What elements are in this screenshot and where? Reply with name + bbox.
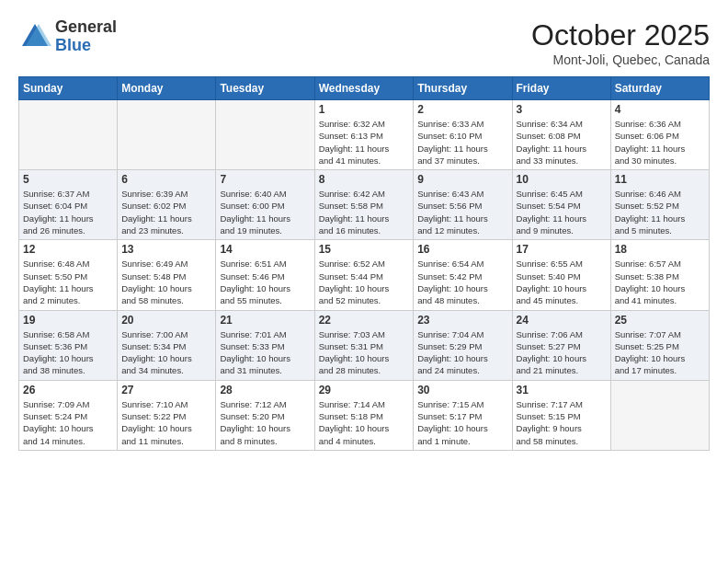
day-info: Sunrise: 7:00 AM Sunset: 5:34 PM Dayligh… bbox=[121, 328, 211, 377]
day-number: 10 bbox=[517, 173, 607, 186]
day-number: 28 bbox=[220, 384, 310, 396]
day-cell: 31Sunrise: 7:17 AM Sunset: 5:15 PM Dayli… bbox=[512, 380, 610, 450]
day-cell: 10Sunrise: 6:45 AM Sunset: 5:54 PM Dayli… bbox=[512, 170, 610, 240]
day-number: 16 bbox=[417, 243, 507, 256]
day-info: Sunrise: 7:01 AM Sunset: 5:33 PM Dayligh… bbox=[220, 328, 310, 377]
day-cell: 14Sunrise: 6:51 AM Sunset: 5:46 PM Dayli… bbox=[216, 240, 314, 310]
day-number: 5 bbox=[23, 173, 113, 186]
day-number: 30 bbox=[417, 384, 507, 396]
day-cell: 4Sunrise: 6:36 AM Sunset: 6:06 PM Daylig… bbox=[610, 100, 709, 170]
day-info: Sunrise: 6:54 AM Sunset: 5:42 PM Dayligh… bbox=[417, 258, 507, 306]
day-number: 17 bbox=[517, 243, 607, 256]
day-number: 12 bbox=[23, 243, 113, 256]
day-number: 31 bbox=[517, 384, 607, 396]
day-number: 3 bbox=[517, 103, 607, 116]
day-cell: 8Sunrise: 6:42 AM Sunset: 5:58 PM Daylig… bbox=[314, 170, 414, 240]
week-row-1: 1Sunrise: 6:32 AM Sunset: 6:13 PM Daylig… bbox=[19, 100, 710, 170]
day-info: Sunrise: 6:52 AM Sunset: 5:44 PM Dayligh… bbox=[319, 258, 410, 306]
day-cell bbox=[610, 380, 709, 450]
day-cell: 18Sunrise: 6:57 AM Sunset: 5:38 PM Dayli… bbox=[610, 240, 709, 310]
day-info: Sunrise: 6:45 AM Sunset: 5:54 PM Dayligh… bbox=[517, 188, 607, 236]
day-number: 27 bbox=[121, 384, 211, 396]
day-number: 18 bbox=[615, 243, 705, 256]
day-number: 25 bbox=[615, 314, 705, 327]
day-info: Sunrise: 7:12 AM Sunset: 5:20 PM Dayligh… bbox=[220, 398, 310, 447]
day-number: 14 bbox=[220, 243, 310, 256]
day-info: Sunrise: 6:43 AM Sunset: 5:56 PM Dayligh… bbox=[417, 188, 507, 236]
day-cell: 1Sunrise: 6:32 AM Sunset: 6:13 PM Daylig… bbox=[314, 100, 414, 170]
day-cell: 2Sunrise: 6:33 AM Sunset: 6:10 PM Daylig… bbox=[414, 100, 512, 170]
day-info: Sunrise: 6:49 AM Sunset: 5:48 PM Dayligh… bbox=[121, 258, 211, 306]
day-info: Sunrise: 6:55 AM Sunset: 5:40 PM Dayligh… bbox=[517, 258, 607, 306]
day-cell: 15Sunrise: 6:52 AM Sunset: 5:44 PM Dayli… bbox=[314, 240, 414, 310]
day-number: 29 bbox=[319, 384, 410, 396]
day-info: Sunrise: 6:46 AM Sunset: 5:52 PM Dayligh… bbox=[615, 188, 705, 236]
day-info: Sunrise: 7:09 AM Sunset: 5:24 PM Dayligh… bbox=[23, 398, 113, 447]
day-info: Sunrise: 6:33 AM Sunset: 6:10 PM Dayligh… bbox=[417, 118, 507, 167]
day-number: 13 bbox=[121, 243, 211, 256]
day-info: Sunrise: 7:07 AM Sunset: 5:25 PM Dayligh… bbox=[615, 328, 705, 377]
day-cell: 22Sunrise: 7:03 AM Sunset: 5:31 PM Dayli… bbox=[314, 310, 414, 380]
location: Mont-Joli, Quebec, Canada bbox=[531, 52, 710, 67]
day-cell: 7Sunrise: 6:40 AM Sunset: 6:00 PM Daylig… bbox=[216, 170, 314, 240]
header-friday: Friday bbox=[512, 77, 610, 100]
day-cell: 29Sunrise: 7:14 AM Sunset: 5:18 PM Dayli… bbox=[314, 380, 414, 450]
day-cell: 28Sunrise: 7:12 AM Sunset: 5:20 PM Dayli… bbox=[216, 380, 314, 450]
day-info: Sunrise: 6:48 AM Sunset: 5:50 PM Dayligh… bbox=[23, 258, 113, 306]
day-info: Sunrise: 6:42 AM Sunset: 5:58 PM Dayligh… bbox=[319, 188, 410, 236]
week-row-5: 26Sunrise: 7:09 AM Sunset: 5:24 PM Dayli… bbox=[19, 380, 710, 450]
day-number: 1 bbox=[319, 103, 410, 116]
day-info: Sunrise: 6:40 AM Sunset: 6:00 PM Dayligh… bbox=[220, 188, 310, 236]
day-number: 24 bbox=[517, 314, 607, 327]
header-wednesday: Wednesday bbox=[314, 77, 414, 100]
day-cell: 5Sunrise: 6:37 AM Sunset: 6:04 PM Daylig… bbox=[19, 170, 118, 240]
logo-general: General bbox=[55, 18, 117, 37]
day-number: 21 bbox=[220, 314, 310, 327]
day-cell: 19Sunrise: 6:58 AM Sunset: 5:36 PM Dayli… bbox=[19, 310, 118, 380]
day-number: 6 bbox=[121, 173, 211, 186]
month-title: October 2025 bbox=[531, 18, 710, 52]
day-cell: 11Sunrise: 6:46 AM Sunset: 5:52 PM Dayli… bbox=[610, 170, 709, 240]
day-info: Sunrise: 6:37 AM Sunset: 6:04 PM Dayligh… bbox=[23, 188, 113, 236]
day-info: Sunrise: 6:34 AM Sunset: 6:08 PM Dayligh… bbox=[517, 118, 607, 167]
day-cell: 6Sunrise: 6:39 AM Sunset: 6:02 PM Daylig… bbox=[118, 170, 216, 240]
day-cell: 26Sunrise: 7:09 AM Sunset: 5:24 PM Dayli… bbox=[19, 380, 118, 450]
day-cell: 20Sunrise: 7:00 AM Sunset: 5:34 PM Dayli… bbox=[118, 310, 216, 380]
day-info: Sunrise: 7:10 AM Sunset: 5:22 PM Dayligh… bbox=[121, 398, 211, 447]
day-cell: 27Sunrise: 7:10 AM Sunset: 5:22 PM Dayli… bbox=[118, 380, 216, 450]
day-cell: 13Sunrise: 6:49 AM Sunset: 5:48 PM Dayli… bbox=[118, 240, 216, 310]
day-info: Sunrise: 7:06 AM Sunset: 5:27 PM Dayligh… bbox=[517, 328, 607, 377]
day-number: 19 bbox=[23, 314, 113, 327]
day-number: 15 bbox=[319, 243, 410, 256]
day-number: 9 bbox=[417, 173, 507, 186]
weekday-header-row: Sunday Monday Tuesday Wednesday Thursday… bbox=[19, 77, 710, 100]
day-cell: 21Sunrise: 7:01 AM Sunset: 5:33 PM Dayli… bbox=[216, 310, 314, 380]
day-info: Sunrise: 7:14 AM Sunset: 5:18 PM Dayligh… bbox=[319, 398, 410, 447]
logo-blue: Blue bbox=[55, 37, 117, 55]
day-cell: 9Sunrise: 6:43 AM Sunset: 5:56 PM Daylig… bbox=[414, 170, 512, 240]
header-thursday: Thursday bbox=[414, 77, 512, 100]
day-number: 7 bbox=[220, 173, 310, 186]
day-info: Sunrise: 7:15 AM Sunset: 5:17 PM Dayligh… bbox=[417, 398, 507, 447]
day-number: 23 bbox=[417, 314, 507, 327]
day-number: 2 bbox=[417, 103, 507, 116]
day-cell: 23Sunrise: 7:04 AM Sunset: 5:29 PM Dayli… bbox=[414, 310, 512, 380]
day-cell bbox=[118, 100, 216, 170]
header-sunday: Sunday bbox=[19, 77, 118, 100]
calendar-table: Sunday Monday Tuesday Wednesday Thursday… bbox=[18, 76, 710, 451]
day-number: 26 bbox=[23, 384, 113, 396]
day-cell: 3Sunrise: 6:34 AM Sunset: 6:08 PM Daylig… bbox=[512, 100, 610, 170]
day-cell bbox=[19, 100, 118, 170]
day-cell: 25Sunrise: 7:07 AM Sunset: 5:25 PM Dayli… bbox=[610, 310, 709, 380]
day-info: Sunrise: 6:58 AM Sunset: 5:36 PM Dayligh… bbox=[23, 328, 113, 377]
day-number: 22 bbox=[319, 314, 410, 327]
logo-icon bbox=[18, 20, 51, 53]
day-info: Sunrise: 6:36 AM Sunset: 6:06 PM Dayligh… bbox=[615, 118, 705, 167]
day-number: 20 bbox=[121, 314, 211, 327]
day-number: 8 bbox=[319, 173, 410, 186]
day-number: 11 bbox=[615, 173, 705, 186]
day-info: Sunrise: 7:17 AM Sunset: 5:15 PM Dayligh… bbox=[517, 398, 607, 447]
day-cell: 24Sunrise: 7:06 AM Sunset: 5:27 PM Dayli… bbox=[512, 310, 610, 380]
logo: General Blue bbox=[18, 18, 117, 55]
day-info: Sunrise: 6:39 AM Sunset: 6:02 PM Dayligh… bbox=[121, 188, 211, 236]
